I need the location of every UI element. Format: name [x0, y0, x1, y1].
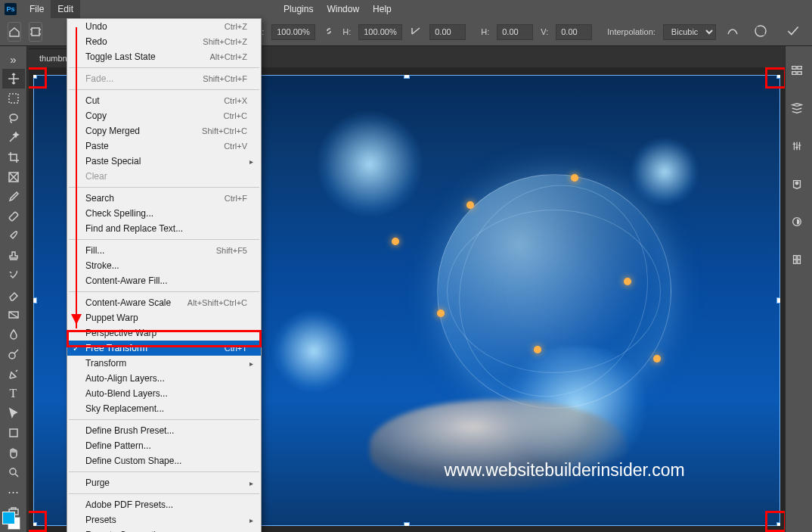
gradient-tool[interactable]: [2, 305, 25, 325]
path-select-tool[interactable]: [2, 403, 25, 423]
menu-item-fill[interactable]: Fill...Shift+F5: [67, 243, 261, 258]
link-icon[interactable]: [323, 25, 335, 39]
warp-icon[interactable]: [727, 25, 739, 39]
menu-item-auto-align-layers[interactable]: Auto-Align Layers...: [67, 371, 261, 386]
menu-item-undo[interactable]: UndoCtrl+Z: [67, 19, 261, 34]
svg-rect-8: [10, 429, 17, 437]
transform-handle-bl[interactable]: [33, 522, 37, 526]
menu-edit[interactable]: Edit: [51, 0, 80, 18]
menu-item-fade: Fade...Shift+Ctrl+F: [67, 71, 261, 86]
skew-h-input[interactable]: [497, 24, 533, 40]
menu-item-paste[interactable]: PasteCtrl+V: [67, 138, 261, 154]
menu-item-define-custom-shape[interactable]: Define Custom Shape...: [67, 453, 261, 468]
frame-tool[interactable]: [2, 167, 25, 187]
menu-item-check-spelling[interactable]: Check Spelling...: [67, 206, 261, 221]
edit-menu-dropdown: UndoCtrl+ZRedoShift+Ctrl+ZToggle Last St…: [67, 18, 262, 532]
more-tools[interactable]: ⋯: [2, 482, 25, 502]
interpolation-select[interactable]: Bicubic: [663, 24, 716, 40]
menu-plugins[interactable]: Plugins: [277, 0, 320, 18]
rotate-icon: [410, 25, 422, 39]
svg-point-11: [795, 182, 798, 185]
expand-icon[interactable]: »: [2, 49, 25, 69]
right-panel-dock: [785, 46, 812, 532]
transform-handle-tl[interactable]: [33, 75, 37, 79]
menu-item-free-transform[interactable]: ✓Free TransformCtrl+T: [67, 341, 261, 356]
rotation-input[interactable]: [429, 24, 466, 40]
menu-item-define-pattern[interactable]: Define Pattern...: [67, 438, 261, 453]
image-panel-icon[interactable]: [791, 102, 807, 119]
menu-help[interactable]: Help: [366, 0, 398, 18]
transform-handle-br[interactable]: [776, 522, 780, 526]
menu-item-copy-merged[interactable]: Copy MergedShift+Ctrl+C: [67, 123, 261, 138]
transform-tool-icon[interactable]: [29, 22, 42, 42]
commit-transform-icon[interactable]: [786, 23, 801, 40]
menu-file[interactable]: File: [23, 0, 51, 18]
dodge-tool[interactable]: [2, 344, 25, 364]
globe-graphic: [437, 174, 671, 409]
layers-panel-icon[interactable]: [791, 64, 807, 81]
transform-handle-tm[interactable]: [404, 75, 410, 79]
menu-item-sky-replacement[interactable]: Sky Replacement...: [67, 401, 261, 416]
adjustments-panel-icon[interactable]: [791, 140, 807, 157]
menu-item-puppet-warp[interactable]: Puppet Warp: [67, 310, 261, 325]
eyedropper-tool[interactable]: [2, 187, 25, 207]
menu-item-define-brush-preset[interactable]: Define Brush Preset...: [67, 423, 261, 438]
menu-item-content-aware-fill[interactable]: Content-Aware Fill...: [67, 273, 261, 288]
label-skew-h: H:: [481, 27, 489, 36]
zoom-tool[interactable]: [2, 462, 25, 482]
menu-item-search[interactable]: SearchCtrl+F: [67, 191, 261, 206]
hand-tool[interactable]: [2, 443, 25, 462]
height-input[interactable]: [358, 24, 402, 40]
menu-item-paste-special[interactable]: Paste Special: [67, 154, 261, 169]
label-skew-v: V:: [541, 27, 548, 36]
menu-item-purge[interactable]: Purge: [67, 475, 261, 490]
tool-panel: » T ⋯: [0, 46, 27, 532]
eraser-tool[interactable]: [2, 285, 25, 305]
skew-v-input[interactable]: [556, 24, 592, 40]
lasso-tool[interactable]: [2, 108, 25, 128]
menu-item-transform[interactable]: Transform: [67, 356, 261, 371]
cancel-transform-icon[interactable]: [754, 24, 767, 39]
canvas-url-text: www.websitebuilderinsider.com: [444, 460, 684, 481]
menu-item-redo[interactable]: RedoShift+Ctrl+Z: [67, 34, 261, 49]
brush-tool[interactable]: [2, 226, 25, 246]
label-h: H:: [342, 27, 351, 36]
properties-panel-icon[interactable]: [791, 254, 807, 270]
menu-item-auto-blend-layers[interactable]: Auto-Blend Layers...: [67, 386, 261, 401]
width-input[interactable]: [271, 24, 315, 40]
marquee-tool[interactable]: [2, 89, 25, 108]
menu-item-remote-connections[interactable]: Remote Connections...: [67, 527, 261, 532]
menu-item-content-aware-scale[interactable]: Content-Aware ScaleAlt+Shift+Ctrl+C: [67, 295, 261, 310]
menu-item-presets[interactable]: Presets: [67, 512, 261, 527]
blur-tool[interactable]: [2, 325, 25, 344]
menu-window[interactable]: Window: [320, 0, 366, 18]
menu-item-perspective-warp[interactable]: Perspective Warp: [67, 325, 261, 341]
swatches-panel-icon[interactable]: [791, 178, 807, 194]
shape-tool[interactable]: [2, 423, 25, 443]
annotation-arrow: [76, 27, 77, 328]
transform-handle-mr[interactable]: [776, 297, 780, 303]
move-tool[interactable]: [2, 69, 25, 89]
menu-item-find-and-replace-text[interactable]: Find and Replace Text...: [67, 221, 261, 236]
transform-handle-ml[interactable]: [33, 297, 37, 303]
transform-handle-tr[interactable]: [776, 75, 780, 79]
healing-tool[interactable]: [2, 207, 25, 226]
svg-rect-0: [32, 28, 39, 36]
libraries-panel-icon[interactable]: [791, 216, 807, 232]
menu-item-copy[interactable]: CopyCtrl+C: [67, 108, 261, 123]
history-brush-tool[interactable]: [2, 266, 25, 285]
menu-item-adobe-pdf-presets[interactable]: Adobe PDF Presets...: [67, 497, 261, 512]
pen-tool[interactable]: [2, 364, 25, 384]
menu-item-stroke[interactable]: Stroke...: [67, 258, 261, 273]
wand-tool[interactable]: [2, 128, 25, 148]
stamp-tool[interactable]: [2, 246, 25, 266]
menu-bar: Ps File Edit Plugins Window Help: [0, 0, 812, 18]
home-icon[interactable]: [8, 22, 21, 42]
color-swatches[interactable]: [2, 512, 20, 530]
menu-item-toggle-last-state[interactable]: Toggle Last StateAlt+Ctrl+Z: [67, 49, 261, 64]
menu-item-cut[interactable]: CutCtrl+X: [67, 93, 261, 108]
interpolation-label: Interpolation:: [607, 27, 655, 36]
type-tool[interactable]: T: [2, 384, 25, 403]
transform-handle-bm[interactable]: [404, 522, 410, 526]
crop-tool[interactable]: [2, 148, 25, 167]
